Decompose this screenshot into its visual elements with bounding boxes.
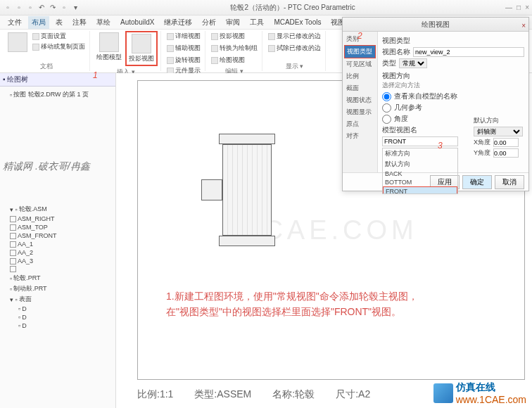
menu-tools[interactable]: 工具 [246,16,267,29]
cancel-button[interactable]: 取消 [495,175,524,189]
menu-autobuildx[interactable]: AutobuildX [117,17,158,27]
yangle-input[interactable] [493,148,519,158]
radio-modelname[interactable] [382,92,391,101]
list-item-selected[interactable]: FRONT [383,186,457,194]
cat-section[interactable]: 截面 [344,82,376,94]
cat-origin[interactable]: 原点 [344,118,376,130]
angle-group: 默认方向 斜轴测 X角度 Y角度 [474,115,523,159]
list-item[interactable]: 默认方向 [383,159,457,170]
qat-redo-icon[interactable]: ↷ [48,3,58,13]
cat-viewstate[interactable]: 视图状态 [344,94,376,106]
name-label: 名称:轮毂 [272,388,315,401]
radio-angle[interactable] [382,115,391,124]
tree-item[interactable]: ▫ 轮毂.PRT [3,273,113,283]
modelview-input[interactable] [382,136,458,146]
qat-save-icon[interactable]: ▫ [25,3,35,13]
close-button[interactable]: × [525,4,529,11]
rotate-view-button[interactable]: 旋转视图 [165,55,202,65]
tree-item[interactable]: ▾ ▫ 表面 [3,294,113,305]
view-list[interactable]: 标准方向 默认方向 BACK BOTTOM FRONT LEFT [382,148,458,194]
move-page-button[interactable]: 移动或复制页面 [31,42,87,52]
cat-viewtype[interactable]: 视图类型 [344,45,376,58]
sheet-status: 比例:1:1 类型:ASSEM 名称:轮毂 尺寸:A2 [137,388,370,401]
detail-view-button[interactable]: 详细视图 [165,31,202,42]
qat-new-icon[interactable]: ▫ [3,3,13,13]
part-view[interactable] [201,130,293,250]
menu-table[interactable]: 表 [52,16,66,29]
drawing-tree-header[interactable]: ▪ 绘图树 [0,73,115,87]
erase-modified-button[interactable]: 拭除已修改的边 [267,43,322,53]
drawing-tree: ▫ 按图 轮毂2.DRW 的第 1 页 [0,87,115,103]
ribbon-group-edit: 投影视图 转换为绘制组 绘图视图 编辑 ▾ [207,31,262,71]
tree-item[interactable]: ASM_FRONT [3,231,113,240]
list-item[interactable]: BOTTOM [383,178,457,186]
dialog-close-button[interactable]: × [521,19,526,33]
ribbon-group-modelviews: 详细视图 辅助视图 旋转视图 元件显示 边显示 剖头 模型视图 ▾ [163,31,205,71]
list-item[interactable]: 标准方向 [383,148,457,159]
dialog-content: 视图类型 视图名称 类型 常规 视图方向 选择定向方法 查看来自模型的名称 几何… [378,32,528,172]
qat-more-icon[interactable]: ▾ [70,3,80,13]
viewtype-row: 视图类型 [382,36,524,46]
projection-button[interactable]: 投影视图 [210,31,246,42]
cat-align[interactable]: 对齐 [344,130,376,142]
menu-mcadex[interactable]: MCADEx Tools [270,17,324,27]
convert-group-button[interactable]: 转换为绘制组 [210,43,259,53]
viewname-input[interactable] [413,47,524,57]
page-setup-button[interactable]: 页面设置 [31,31,87,42]
tree-item[interactable]: ▫ D [3,305,113,313]
drawing-view-button[interactable]: 绘图视图 [210,55,246,65]
qat-undo-icon[interactable]: ↶ [37,3,46,13]
tree-item[interactable]: AA_2 [3,248,113,257]
brand-url: www.1CAE.com [456,394,526,405]
signature-text: 精诚网 .破衣哥/冉鑫 [3,160,90,173]
quick-access-toolbar: ▫ ▫ ▫ ↶ ↷ ▫ ▾ [3,3,80,13]
menu-inherit[interactable]: 继承迁移 [160,16,196,29]
annotation-1: 1 [93,70,98,80]
menu-sketch[interactable]: 草绘 [93,16,114,29]
radio-geomref[interactable] [382,103,391,113]
footer-branding: 仿真在线 www.1CAE.com [433,381,526,405]
tree-item[interactable]: ▫ D [3,321,113,330]
general-view-button[interactable]: 投影视图 [125,31,158,66]
list-item[interactable]: BACK [383,170,457,178]
new-page-button[interactable] [6,31,30,54]
menu-review[interactable]: 审阅 [222,16,243,29]
tree-item[interactable]: ASM_RIGHT [3,215,113,223]
menu-file[interactable]: 文件 [4,16,25,29]
maximize-button[interactable]: □ [517,4,521,11]
tree-item[interactable]: AA_3 [3,257,113,265]
cat-viewdisp[interactable]: 视图显示 [344,106,376,118]
show-modified-button[interactable]: 显示已修改的边 [267,31,322,42]
tree-item[interactable] [3,265,113,273]
tree-item[interactable]: ▫ D [3,313,113,321]
tree-item[interactable]: ASM_TOP [3,223,113,231]
menu-analysis[interactable]: 分析 [198,16,220,29]
ribbon-group-document: 页面设置 移动或复制页面 文档 [3,31,90,71]
scale-label: 比例:1:1 [137,388,173,401]
defdir-select[interactable]: 斜轴测 [474,127,523,136]
xangle-input[interactable] [493,138,519,147]
qat-open-icon[interactable]: ▫ [14,3,24,13]
model-tree-panel: ▪ 绘图树 ▫ 按图 轮毂2.DRW 的第 1 页 精诚网 .破衣哥/冉鑫 ▾ … [0,73,116,408]
orient-header: 视图方向 [382,71,524,81]
modelview-label: 模型视图名 [382,125,417,135]
instruction-text: 1.新建工程图环境，使用"常规视图"命令添加轮毂主视图， 在"视图类型"中的视图… [166,288,510,320]
menu-layout[interactable]: 布局 [28,16,49,29]
qat-regenerate-icon[interactable]: ▫ [59,3,69,13]
annotation-3: 3 [438,141,443,151]
cat-scale[interactable]: 比例 [344,70,376,82]
cat-visible[interactable]: 可见区域 [344,58,376,70]
type-select[interactable]: 常规 [399,58,427,68]
aux-view-button[interactable]: 辅助视图 [165,43,202,53]
category-list: 类别 视图类型 可见区域 比例 截面 视图状态 视图显示 原点 对齐 [343,32,378,172]
minimize-button[interactable]: — [505,4,512,11]
tree-item[interactable]: ▫ 按图 轮毂2.DRW 的第 1 页 [3,89,113,100]
cube-icon [433,383,453,403]
asm-root[interactable]: ▾ ▫ 轮毂.ASM [3,204,113,215]
drawing-models-button[interactable]: 绘图模型 [94,31,124,63]
tree-item[interactable]: ▫ 制动鼓.PRT [3,283,113,294]
orient-sub: 选择定向方法 [382,81,524,90]
tree-item[interactable]: AA_1 [3,240,113,248]
menu-annotate[interactable]: 注释 [69,16,90,29]
ok-button[interactable]: 确定 [462,175,492,189]
